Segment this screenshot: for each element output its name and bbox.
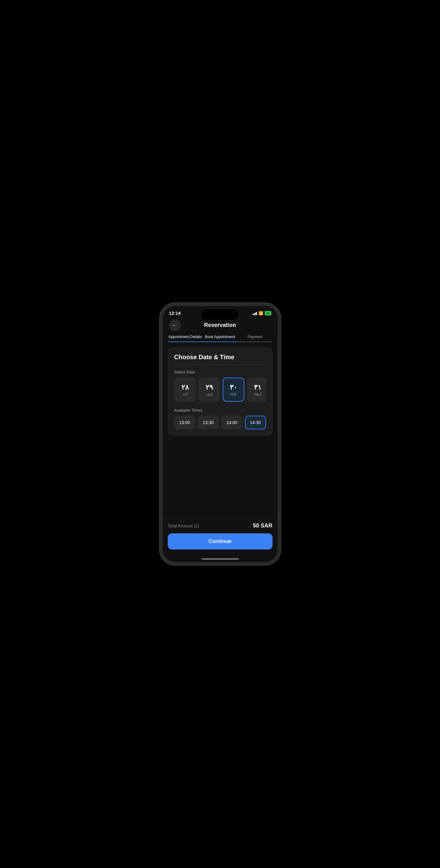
date-item-28[interactable]: ٢٨ أحد	[174, 377, 196, 402]
status-time: 12:14	[169, 310, 181, 316]
tab-underline-book-appointment	[202, 341, 238, 342]
amount-row: Total Amount (2) 50 SAR	[168, 523, 273, 529]
date-number-28: ٢٨	[181, 383, 189, 392]
battery-indicator: 64	[265, 311, 271, 315]
continue-button[interactable]: Continue	[168, 533, 273, 550]
page-title: Reservation	[204, 322, 236, 329]
date-item-31[interactable]: ٣١ أربعاء	[247, 377, 266, 402]
phone-screen: 12:14 📶 64 ← Reservation Appoint	[163, 306, 277, 562]
date-item-29[interactable]: ٢٩ إثنين	[198, 377, 220, 402]
time-item-1300[interactable]: 13:00	[174, 416, 195, 429]
date-time-card: Choose Date & Time Select Date ٢٨ أحد ٢٩…	[168, 347, 273, 436]
tab-payment[interactable]: Payment	[238, 335, 273, 342]
back-arrow-icon: ←	[172, 322, 177, 328]
wifi-icon: 📶	[259, 311, 263, 315]
tab-underline-payment	[238, 341, 273, 342]
phone-frame: 12:14 📶 64 ← Reservation Appoint	[160, 303, 281, 565]
tab-underline-appointment-details	[168, 341, 203, 342]
header: ← Reservation	[163, 318, 277, 332]
status-icons: 📶 64	[252, 311, 271, 315]
main-content: Choose Date & Time Select Date ٢٨ أحد ٢٩…	[163, 342, 277, 519]
available-times-label: Available Times	[174, 408, 266, 412]
continue-label: Continue	[209, 538, 232, 545]
date-day-30: ثلاثاء	[230, 392, 237, 396]
amount-label: Total Amount (2)	[168, 523, 199, 528]
back-button[interactable]: ←	[169, 319, 181, 331]
signal-icon	[252, 311, 257, 315]
home-bar	[202, 558, 239, 560]
tabs-bar: Appointment Details Book Appointment Pay…	[163, 335, 277, 342]
date-number-31: ٣١	[254, 383, 261, 392]
date-number-30: ٣٠	[230, 383, 237, 392]
date-day-31: أربعاء	[254, 392, 261, 396]
time-item-1330[interactable]: 13:30	[198, 416, 219, 429]
card-title: Choose Date & Time	[174, 353, 266, 361]
tab-appointment-details[interactable]: Appointment Details	[168, 335, 203, 342]
date-grid: ٢٨ أحد ٢٩ إثنين ٣٠ ثلاثاء ٣١ أربعاء	[174, 377, 266, 402]
time-text-1330: 13:30	[203, 420, 214, 425]
time-text-1430: 14:30	[250, 420, 261, 425]
time-item-1430[interactable]: 14:30	[245, 416, 266, 429]
select-date-label: Select Date	[174, 370, 266, 374]
amount-value: 50 SAR	[253, 523, 272, 529]
date-day-29: إثنين	[206, 392, 212, 396]
time-text-1300: 13:00	[179, 420, 190, 425]
card-divider	[174, 365, 266, 365]
tab-book-appointment[interactable]: Book Appointment	[202, 335, 238, 342]
time-grid: 13:00 13:30 14:00 14:30 15:00	[174, 416, 266, 429]
date-number-29: ٢٩	[206, 383, 213, 392]
home-indicator	[163, 556, 277, 562]
time-item-1400[interactable]: 14:00	[222, 416, 242, 429]
date-item-30[interactable]: ٣٠ ثلاثاء	[223, 377, 244, 402]
time-text-1400: 14:00	[226, 420, 237, 425]
bottom-section: Total Amount (2) 50 SAR Continue	[163, 519, 277, 556]
date-day-28: أحد	[183, 392, 188, 396]
